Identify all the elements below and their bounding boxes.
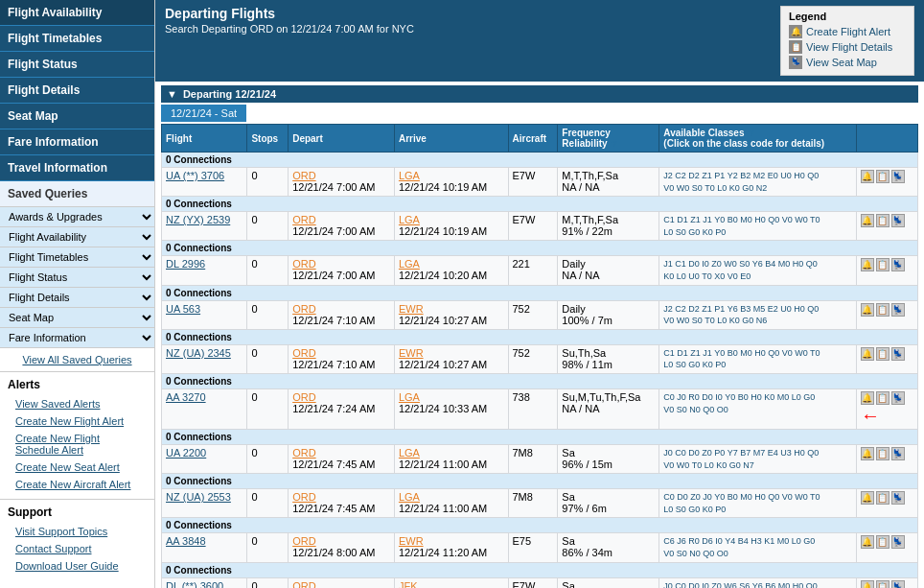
depart-airport-link[interactable]: ORD <box>292 347 315 359</box>
view-seat-map-icon[interactable]: 💺 <box>891 303 905 317</box>
arrive-airport-link[interactable]: LGA <box>399 214 420 225</box>
seat-map-dropdown[interactable]: Seat Map <box>0 308 154 328</box>
create-alert-icon[interactable]: 🔔 <box>861 491 874 505</box>
view-saved-alerts-link[interactable]: View Saved Alerts <box>8 395 147 412</box>
flight-link[interactable]: AA 3270 <box>166 391 206 403</box>
table-row: AA 3848 0 ORD12/21/24 8:00 AM EWR12/21/2… <box>162 533 918 562</box>
depart-airport-link[interactable]: ORD <box>292 170 315 181</box>
view-details-icon[interactable]: 📋 <box>876 580 889 589</box>
frequency-reliability: M,T,Th,F,Sa91% / 22m <box>558 212 659 241</box>
arrive-airport-link[interactable]: LGA <box>399 170 420 181</box>
legend-view-flight-details[interactable]: 📋 View Flight Details <box>789 40 906 54</box>
aircraft: E7W <box>508 577 558 588</box>
flight-link[interactable]: DL (**) 3600 <box>166 580 223 589</box>
depart: ORD12/21/24 7:00 AM <box>289 168 395 197</box>
download-user-guide-link[interactable]: Download User Guide <box>8 557 147 575</box>
flight-link[interactable]: NZ (UA) 2553 <box>166 491 231 503</box>
flight-timetables-dropdown[interactable]: Flight Timetables <box>0 247 154 268</box>
sidebar-nav-item-flight-availability[interactable]: Flight Availability <box>0 0 154 26</box>
arrive-airport-link[interactable]: LGA <box>399 391 420 403</box>
stops: 0 <box>247 256 289 285</box>
actions-cell: 🔔 📋 💺 <box>856 212 917 241</box>
available-classes: C0 D0 Z0 J0 Y0 B0 M0 H0 Q0 V0 W0 T0L0 S0… <box>659 489 857 518</box>
arrive-airport-link[interactable]: EWR <box>399 303 424 315</box>
classes-help-icon[interactable]: ? <box>747 129 756 138</box>
create-alert-icon[interactable]: 🔔 <box>861 214 874 227</box>
view-seat-map-icon[interactable]: 💺 <box>891 347 905 361</box>
legend-create-flight-alert[interactable]: 🔔 Create Flight Alert <box>789 25 906 38</box>
sidebar-nav-item-flight-status[interactable]: Flight Status <box>0 52 154 78</box>
create-alert-icon[interactable]: 🔔 <box>861 347 874 361</box>
view-seat-map-icon[interactable]: 💺 <box>891 491 905 505</box>
table-row: DL (**) 3600 0 ORD12/21/24 8:35 AM JFK12… <box>162 577 918 588</box>
view-details-icon[interactable]: 📋 <box>876 258 889 271</box>
arrive-airport-link[interactable]: JFK <box>399 580 418 589</box>
create-alert-icon[interactable]: 🔔 <box>861 447 874 460</box>
flight-link[interactable]: NZ (YX) 2539 <box>166 214 230 225</box>
depart-airport-link[interactable]: ORD <box>292 447 315 459</box>
depart-airport-link[interactable]: ORD <box>292 491 315 503</box>
arrive-airport-link[interactable]: LGA <box>399 447 420 459</box>
view-seat-map-icon[interactable]: 💺 <box>891 391 905 405</box>
create-new-aircraft-alert-link[interactable]: Create New Aircraft Alert <box>8 476 147 493</box>
flight-details-dropdown[interactable]: Flight Details <box>0 288 154 308</box>
fare-information-dropdown[interactable]: Fare Information <box>0 328 154 348</box>
sidebar-nav-item-flight-details[interactable]: Flight Details <box>0 78 154 104</box>
view-details-icon[interactable]: 📋 <box>876 491 889 505</box>
flight-link[interactable]: UA 2200 <box>166 447 206 459</box>
arrive-airport-link[interactable]: LGA <box>399 258 420 270</box>
create-new-flight-alert-link[interactable]: Create New Flight Alert <box>8 412 147 430</box>
departing-header[interactable]: ▼ Departing 12/21/24 <box>161 85 918 103</box>
view-details-icon[interactable]: 📋 <box>876 347 889 361</box>
depart-airport-link[interactable]: ORD <box>292 391 315 403</box>
arrive: EWR12/21/24 10:27 AM <box>394 300 508 329</box>
sidebar-nav-item-seat-map[interactable]: Seat Map <box>0 104 154 129</box>
arrive-airport-link[interactable]: EWR <box>399 347 424 359</box>
depart-airport-link[interactable]: ORD <box>292 303 315 315</box>
flight-link[interactable]: NZ (UA) 2345 <box>166 347 231 359</box>
arrive-airport-link[interactable]: LGA <box>399 491 420 503</box>
depart-airport-link[interactable]: ORD <box>292 214 315 225</box>
flight-link[interactable]: UA 563 <box>166 303 200 315</box>
depart-airport-link[interactable]: ORD <box>292 258 315 270</box>
flight-link[interactable]: UA (**) 3706 <box>166 170 224 181</box>
create-alert-icon[interactable]: 🔔 <box>861 170 874 183</box>
view-seat-map-icon[interactable]: 💺 <box>891 535 905 549</box>
visit-support-topics-link[interactable]: Visit Support Topics <box>8 523 147 540</box>
view-seat-map-icon[interactable]: 💺 <box>891 170 905 183</box>
create-alert-icon[interactable]: 🔔 <box>861 391 874 405</box>
depart-airport-link[interactable]: ORD <box>292 580 315 589</box>
tab-date[interactable]: 12/21/24 - Sat <box>161 105 247 122</box>
create-new-seat-alert-link[interactable]: Create New Seat Alert <box>8 459 147 476</box>
flight-link[interactable]: AA 3848 <box>166 535 206 547</box>
view-seat-map-icon[interactable]: 💺 <box>891 447 905 460</box>
view-details-icon[interactable]: 📋 <box>876 535 889 549</box>
sidebar-nav-item-fare-information[interactable]: Fare Information <box>0 129 154 155</box>
awards-upgrades-dropdown[interactable]: Awards & Upgrades <box>0 207 154 227</box>
legend-view-seat-map[interactable]: 💺 View Seat Map <box>789 56 906 69</box>
depart-airport-link[interactable]: ORD <box>292 535 315 547</box>
view-details-icon[interactable]: 📋 <box>876 391 889 405</box>
arrive-airport-link[interactable]: EWR <box>399 535 424 547</box>
depart: ORD12/21/24 8:35 AM <box>289 577 395 588</box>
create-alert-icon[interactable]: 🔔 <box>861 258 874 271</box>
view-details-icon[interactable]: 📋 <box>876 170 889 183</box>
create-alert-icon[interactable]: 🔔 <box>861 580 874 589</box>
view-seat-map-icon[interactable]: 💺 <box>891 214 905 227</box>
flight-availability-dropdown[interactable]: Flight Availability <box>0 227 154 247</box>
sidebar-nav-item-flight-timetables[interactable]: Flight Timetables <box>0 26 154 52</box>
flight-status-dropdown[interactable]: Flight Status <box>0 268 154 288</box>
create-alert-icon[interactable]: 🔔 <box>861 535 874 549</box>
view-all-saved-queries-link[interactable]: View All Saved Queries <box>0 351 154 368</box>
contact-support-link[interactable]: Contact Support <box>8 540 147 557</box>
sidebar-nav-item-travel-information[interactable]: Travel Information <box>0 155 154 181</box>
view-seat-map-icon[interactable]: 💺 <box>891 580 905 589</box>
create-new-flight-schedule-alert-link[interactable]: Create New Flight Schedule Alert <box>8 430 147 459</box>
create-alert-icon[interactable]: 🔔 <box>861 303 874 317</box>
view-details-icon[interactable]: 📋 <box>876 447 889 460</box>
flight-link[interactable]: DL 2996 <box>166 258 205 270</box>
freq-help-icon[interactable]: ? <box>610 139 619 149</box>
view-details-icon[interactable]: 📋 <box>876 214 889 227</box>
view-details-icon[interactable]: 📋 <box>876 303 889 317</box>
view-seat-map-icon[interactable]: 💺 <box>891 258 905 271</box>
